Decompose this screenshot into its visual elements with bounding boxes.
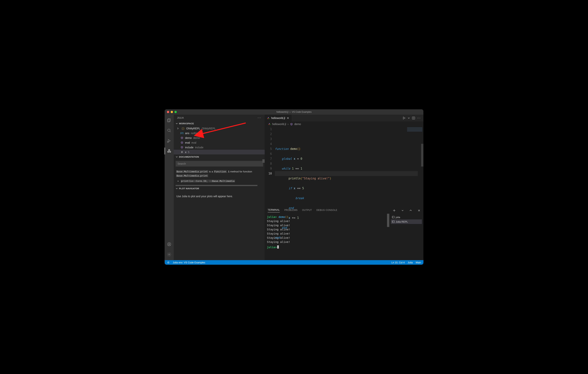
section-workspace-header[interactable]: WORKSPACE: [174, 121, 265, 126]
run-icon[interactable]: [402, 116, 406, 120]
tree-item-label: eval: [185, 141, 190, 144]
section-documentation-label: DOCUMENTATION: [179, 156, 199, 158]
chevron-right-icon: [177, 128, 179, 129]
svg-line-37: [168, 262, 168, 262]
window-close-button[interactable]: [167, 111, 169, 113]
svg-line-39: [168, 263, 168, 263]
hash-icon: [180, 151, 184, 153]
svg-point-19: [267, 118, 268, 119]
svg-point-28: [270, 124, 270, 125]
tab-helloworld[interactable]: helloworld.jl: [265, 115, 292, 121]
chevron-right-icon: ›: [288, 123, 289, 126]
chevron-down-icon[interactable]: [408, 117, 410, 119]
documentation-method: print(io::Core.IO, ::Base.Multimedia: [180, 180, 235, 182]
svg-point-18: [268, 117, 269, 118]
section-documentation-header[interactable]: DOCUMENTATION: [174, 154, 265, 159]
sidebar-more-icon[interactable]: ···: [258, 116, 261, 119]
julia-file-icon: [268, 123, 271, 125]
documentation-codeword: Base.Multimedia.print: [176, 170, 208, 173]
breadcrumb[interactable]: helloworld.jl › demo: [265, 121, 423, 127]
tree-row-x[interactable]: x 5: [174, 150, 265, 154]
svg-marker-4: [168, 139, 170, 142]
svg-point-11: [168, 254, 170, 255]
svg-point-2: [168, 129, 170, 131]
more-icon[interactable]: ···: [417, 116, 421, 120]
explorer-icon[interactable]: [165, 116, 174, 125]
svg-line-40: [168, 263, 169, 263]
plot-navigator-body: Use Julia to plot and your plots will ap…: [174, 191, 265, 202]
svg-point-7: [168, 151, 169, 152]
documentation-body: Base.Multimedia.print is a Function. 1 m…: [174, 168, 265, 185]
breadcrumb-file[interactable]: helloworld.jl: [272, 123, 286, 126]
sidebar-title: JULIA: [177, 117, 184, 119]
tree-item-value: include: [195, 146, 203, 149]
activity-bar: [165, 115, 174, 260]
search-icon[interactable]: [165, 126, 174, 135]
section-plot-label: PLOT NAVIGATOR: [179, 187, 199, 190]
section-workspace-label: WORKSPACE: [179, 122, 194, 125]
cube-icon: [290, 123, 293, 126]
tree-row-demo[interactable]: demo demo: [174, 136, 265, 140]
tree-item-value: 5: [188, 151, 189, 154]
svg-point-27: [268, 124, 269, 125]
julia-file-icon: [267, 117, 270, 119]
tree-item-value: nothing: [191, 132, 200, 135]
chevron-down-icon: [176, 187, 178, 190]
run-debug-icon[interactable]: [165, 137, 174, 145]
svg-point-26: [269, 123, 270, 124]
svg-line-38: [169, 262, 169, 262]
scrollbar-thumb[interactable]: [262, 159, 265, 163]
julia-panel-icon[interactable]: [165, 147, 174, 155]
window-maximize-button[interactable]: [174, 111, 177, 113]
status-julia-env[interactable]: Julia env: VS Code Examples: [173, 261, 205, 264]
documentation-codeword: Base.Multimedia.print: [176, 174, 208, 177]
tree-row-include[interactable]: include include: [174, 145, 265, 150]
breadcrumb-symbol[interactable]: demo: [294, 123, 301, 126]
svg-point-6: [168, 150, 170, 151]
svg-line-3: [170, 131, 171, 132]
editor-tab-bar: helloworld.jl ···: [265, 115, 423, 121]
const-icon: [∅]: [180, 132, 184, 134]
editor-area: helloworld.jl ··· helloworld.jl › demo: [265, 115, 423, 260]
tree-item-label: OhMyREPL: [186, 127, 200, 130]
cube-icon: [180, 146, 184, 149]
braces-icon: { }: [181, 127, 185, 130]
chevron-down-icon: [176, 156, 178, 158]
code-editor[interactable]: 12345678910 function demo() global x = 0…: [265, 127, 423, 207]
cube-icon: [180, 141, 184, 144]
workspace-tree: { } OhMyREPL OhMyREPL [∅] ans nothing de…: [174, 126, 265, 154]
title-bar: helloworld.jl — VS Code Examples: [165, 109, 423, 115]
svg-point-8: [169, 151, 171, 152]
editor-gutter: 12345678910: [265, 127, 275, 207]
tree-item-label: include: [185, 146, 193, 149]
svg-marker-23: [403, 117, 405, 119]
window-minimize-button[interactable]: [171, 111, 173, 113]
tree-item-value: demo: [193, 136, 200, 139]
tree-item-label: ans: [185, 132, 189, 135]
svg-point-10: [168, 243, 170, 245]
close-icon[interactable]: [287, 117, 289, 119]
tree-item-label: demo: [185, 136, 192, 139]
accounts-icon[interactable]: [165, 240, 174, 248]
svg-point-20: [268, 118, 269, 119]
tab-label: helloworld.jl: [271, 117, 285, 119]
tree-item-value: eval: [191, 141, 196, 144]
tree-row-ohmyrepl[interactable]: { } OhMyREPL OhMyREPL: [174, 126, 265, 131]
documentation-codeword: Function: [214, 170, 227, 173]
window-title: helloworld.jl — VS Code Examples: [276, 111, 311, 113]
tree-row-eval[interactable]: eval eval: [174, 140, 265, 145]
split-editor-icon[interactable]: [412, 116, 415, 120]
settings-gear-icon[interactable]: [165, 250, 174, 259]
section-plot-header[interactable]: PLOT NAVIGATOR: [174, 186, 265, 191]
documentation-search-input[interactable]: [176, 161, 263, 167]
tree-item-value: OhMyREPL: [202, 127, 216, 130]
status-debug-icon[interactable]: [167, 261, 170, 264]
chevron-down-icon: [176, 122, 178, 125]
tree-item-label: x: [185, 151, 186, 154]
side-bar: JULIA ··· WORKSPACE { } OhMyREPL OhMyREP…: [174, 115, 265, 260]
svg-line-14: [181, 151, 182, 153]
tree-row-ans[interactable]: [∅] ans nothing: [174, 131, 265, 136]
minimap[interactable]: [407, 127, 422, 139]
cube-icon: [180, 136, 184, 139]
